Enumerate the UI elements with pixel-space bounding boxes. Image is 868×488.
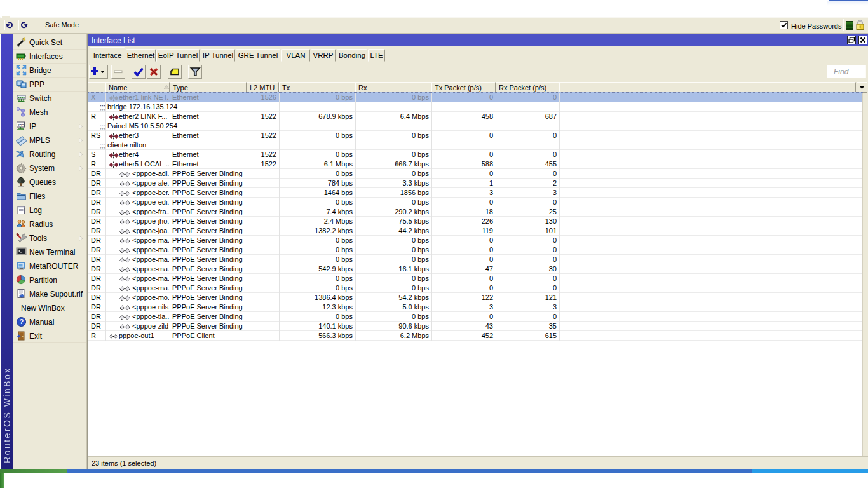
svg-text:?: ? (20, 318, 24, 325)
svg-text:255: 255 (18, 123, 25, 127)
